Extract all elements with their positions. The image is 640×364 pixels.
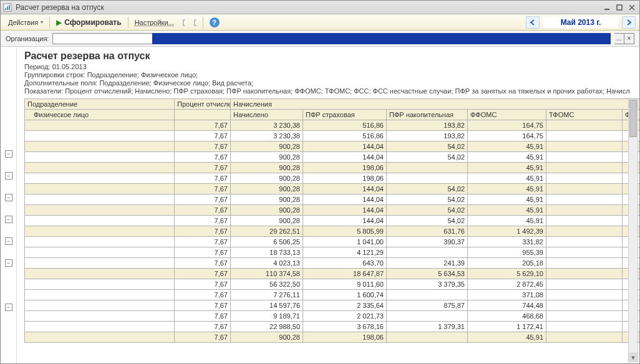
table-cell[interactable]: 900,28: [231, 152, 303, 163]
table-cell[interactable]: [546, 141, 623, 152]
table-cell[interactable]: 144,04: [303, 216, 387, 226]
period-prev-button[interactable]: [526, 16, 540, 29]
table-cell[interactable]: [546, 300, 623, 311]
table-cell[interactable]: 7,67: [175, 322, 231, 332]
outline-collapse-button[interactable]: −: [5, 194, 12, 201]
table-cell[interactable]: 1 041,00: [303, 237, 387, 247]
table-cell[interactable]: 371,08: [468, 290, 546, 300]
table-cell[interactable]: 900,28: [231, 141, 303, 152]
table-cell[interactable]: [25, 300, 175, 311]
table-cell[interactable]: [25, 163, 175, 173]
table-row[interactable]: 7,6756 322,509 011,603 379,352 872,45: [25, 279, 640, 290]
header-percent[interactable]: Процент отчислений: [175, 99, 231, 110]
outline-collapse-button[interactable]: −: [5, 150, 12, 158]
table-row[interactable]: 7,67900,28144,0454,0245,91: [25, 141, 640, 152]
table-cell[interactable]: 14 597,76: [231, 300, 303, 311]
table-cell[interactable]: 1 600,74: [303, 290, 387, 300]
table-row[interactable]: 7,67900,28144,0454,0245,91: [25, 194, 640, 205]
table-cell[interactable]: [546, 131, 623, 141]
table-cell[interactable]: [546, 152, 623, 163]
table-cell[interactable]: 241,39: [387, 258, 468, 269]
table-cell[interactable]: 643,70: [303, 258, 387, 269]
table-cell[interactable]: 164,75: [468, 131, 546, 141]
table-cell[interactable]: 468,68: [468, 311, 546, 322]
table-cell[interactable]: 54,02: [387, 205, 468, 216]
table-cell[interactable]: 1 172,41: [468, 322, 546, 332]
header-ffoms[interactable]: ФФОМС: [468, 110, 546, 120]
close-button[interactable]: [627, 3, 637, 12]
outline-collapse-button[interactable]: −: [5, 304, 12, 311]
table-cell[interactable]: [546, 173, 623, 184]
table-cell[interactable]: 45,91: [468, 173, 546, 184]
table-row[interactable]: 7,67900,28144,0454,0245,91: [25, 152, 640, 163]
table-cell[interactable]: 516,86: [303, 131, 387, 141]
table-cell[interactable]: 7,67: [175, 237, 231, 247]
table-cell[interactable]: 7,67: [175, 269, 231, 279]
table-cell[interactable]: 45,91: [468, 216, 546, 226]
table-row[interactable]: 7,67900,28198,0645,91: [25, 173, 640, 184]
table-cell[interactable]: 144,04: [303, 194, 387, 205]
table-cell[interactable]: 7,67: [175, 141, 231, 152]
table-cell[interactable]: 875,87: [387, 300, 468, 311]
table-cell[interactable]: 7,67: [175, 300, 231, 311]
table-cell[interactable]: 18 647,87: [303, 269, 387, 279]
table-cell[interactable]: 900,28: [231, 216, 303, 226]
table-cell[interactable]: [25, 173, 175, 184]
table-cell[interactable]: 7,67: [175, 131, 231, 141]
table-row[interactable]: 7,674 023,13643,70241,39205,18: [25, 258, 640, 269]
table-cell[interactable]: [25, 332, 175, 343]
table-cell[interactable]: 193,82: [387, 120, 468, 131]
table-cell[interactable]: [387, 332, 468, 343]
table-cell[interactable]: [546, 184, 623, 194]
table-cell[interactable]: 56 322,50: [231, 279, 303, 290]
table-cell[interactable]: [25, 247, 175, 258]
table-cell[interactable]: 54,02: [387, 141, 468, 152]
table-cell[interactable]: 3 379,35: [387, 279, 468, 290]
outline-collapse-button[interactable]: −: [5, 237, 12, 245]
settings-button[interactable]: Настройки...: [131, 17, 178, 27]
table-cell[interactable]: 7,67: [175, 216, 231, 226]
table-cell[interactable]: [546, 279, 623, 290]
header-accrued[interactable]: Начислено: [231, 110, 303, 120]
table-row[interactable]: 7,673 230,38516,86193,82164,75: [25, 120, 640, 131]
table-cell[interactable]: 955,39: [468, 247, 546, 258]
table-cell[interactable]: [25, 258, 175, 269]
table-cell[interactable]: 22 988,50: [231, 322, 303, 332]
table-cell[interactable]: 631,76: [387, 226, 468, 237]
org-select-button[interactable]: ...: [614, 33, 624, 44]
table-cell[interactable]: [546, 237, 623, 247]
header-person[interactable]: Физическое лицо: [25, 110, 175, 120]
scroll-thumb[interactable]: [629, 100, 637, 137]
table-cell[interactable]: 45,91: [468, 194, 546, 205]
table-cell[interactable]: 198,06: [303, 332, 387, 343]
table-row[interactable]: 7,679 189,712 021,73468,68: [25, 311, 640, 322]
table-row[interactable]: 7,673 230,38516,86193,82164,75: [25, 131, 640, 141]
table-cell[interactable]: 110 374,58: [231, 269, 303, 279]
table-cell[interactable]: 516,86: [303, 120, 387, 131]
table-cell[interactable]: [546, 163, 623, 173]
table-cell[interactable]: 144,04: [303, 141, 387, 152]
table-cell[interactable]: 45,91: [468, 205, 546, 216]
table-cell[interactable]: 144,04: [303, 152, 387, 163]
table-cell[interactable]: 744,48: [468, 300, 546, 311]
table-cell[interactable]: [25, 237, 175, 247]
table-cell[interactable]: [25, 131, 175, 141]
table-cell[interactable]: [546, 247, 623, 258]
table-cell[interactable]: 331,82: [468, 237, 546, 247]
table-row[interactable]: 7,67900,28144,0454,0245,91: [25, 184, 640, 194]
table-row[interactable]: 7,67110 374,5818 647,875 634,535 629,10: [25, 269, 640, 279]
table-cell[interactable]: 900,28: [231, 173, 303, 184]
table-cell[interactable]: 205,18: [468, 258, 546, 269]
table-row[interactable]: 7,67900,28144,0454,0245,91: [25, 205, 640, 216]
help-button[interactable]: ?: [206, 16, 223, 29]
minimize-button[interactable]: [602, 3, 612, 12]
table-cell[interactable]: 144,04: [303, 184, 387, 194]
table-cell[interactable]: [25, 290, 175, 300]
table-cell[interactable]: [546, 194, 623, 205]
org-field[interactable]: [52, 33, 611, 44]
table-cell[interactable]: 54,02: [387, 194, 468, 205]
table-cell[interactable]: 198,06: [303, 173, 387, 184]
period-next-button[interactable]: [622, 16, 636, 29]
table-cell[interactable]: 54,02: [387, 152, 468, 163]
header-tfoms[interactable]: ТФОМС: [546, 110, 623, 120]
